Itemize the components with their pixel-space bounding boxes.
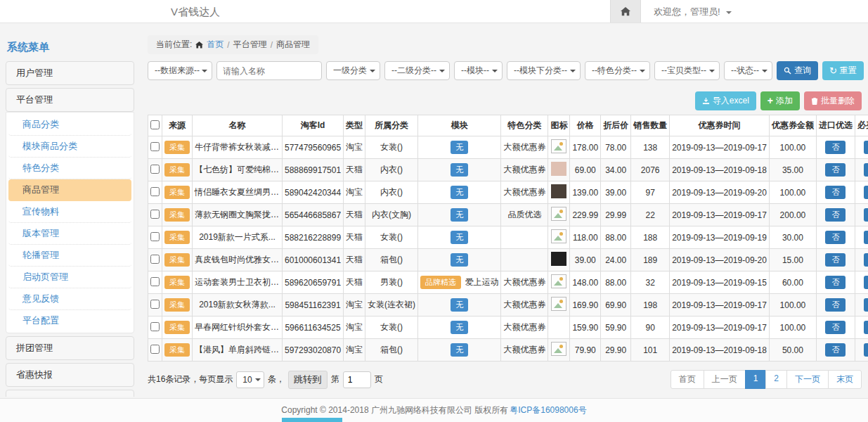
submenu-item[interactable]: 模块商品分类	[8, 136, 131, 158]
import-excel-button[interactable]: 导入excel	[695, 91, 756, 110]
chevron-down-icon	[439, 70, 445, 72]
select-all-checkbox[interactable]	[150, 120, 160, 129]
pager-item[interactable]: 下一页	[786, 370, 829, 389]
reset-button[interactable]: 重置	[822, 61, 864, 80]
sidebar-item[interactable]: 消息管理	[6, 390, 134, 397]
jump-button[interactable]: 跳转到	[288, 371, 328, 389]
icp-link[interactable]: 粤ICP备16098006号	[510, 404, 586, 416]
must-buy-toggle[interactable]: 否	[864, 208, 868, 222]
must-buy-toggle[interactable]: 否	[864, 163, 868, 177]
row-checkbox[interactable]	[150, 210, 160, 219]
breadcrumb: 当前位置: 首页 / 平台管理 / 商品管理	[148, 35, 318, 54]
row-checkbox[interactable]	[150, 232, 160, 241]
import-select-toggle[interactable]: 否	[825, 321, 846, 334]
import-select-toggle[interactable]: 否	[825, 276, 846, 289]
submenu-item[interactable]: 宣传物料	[8, 201, 131, 223]
data-source-select[interactable]: --数据来源--	[148, 61, 212, 80]
column-header: 模块	[418, 115, 501, 136]
module-sub-select[interactable]: --模块下分类--	[507, 61, 581, 80]
submenu-item[interactable]: 启动页管理	[8, 267, 131, 288]
row-checkbox[interactable]	[150, 300, 160, 309]
submenu-item[interactable]: 意见反馈	[8, 288, 131, 310]
must-buy-toggle[interactable]: 否	[864, 343, 868, 357]
pager-item[interactable]: 上一页	[704, 370, 746, 389]
row-checkbox[interactable]	[150, 142, 160, 151]
import-icon	[702, 97, 710, 105]
search-icon	[784, 67, 791, 75]
sidebar-item[interactable]: 拼团管理	[6, 336, 134, 360]
page-number-input[interactable]	[343, 371, 371, 388]
goods-category: 男装()	[365, 271, 418, 294]
user-menu[interactable]: 欢迎您，管理员!	[654, 0, 732, 23]
module-badge: 无	[451, 163, 468, 177]
per-page-select[interactable]: 10	[236, 371, 264, 388]
must-buy-toggle[interactable]: 否	[864, 186, 868, 199]
sidebar-item[interactable]: 省惠快报	[6, 363, 134, 387]
item-type-select[interactable]: --宝贝类型--	[654, 61, 720, 80]
import-select-toggle[interactable]: 否	[825, 208, 846, 222]
coupon-amount: 100.00	[769, 136, 816, 159]
sidebar-title: 系统菜单	[6, 35, 134, 61]
refresh-icon	[829, 65, 837, 76]
breadcrumb-home-link[interactable]: 首页	[207, 39, 224, 51]
goods-thumbnail	[551, 184, 566, 198]
must-buy-toggle[interactable]: 否	[864, 298, 868, 312]
select-all-header	[148, 115, 162, 136]
home-button[interactable]	[610, 0, 641, 23]
must-buy-toggle[interactable]: 否	[864, 253, 868, 267]
goods-thumbnail	[551, 162, 566, 176]
must-buy-toggle[interactable]: 否	[864, 321, 868, 334]
sidebar-item-user-management[interactable]: 用户管理	[6, 61, 134, 85]
goods-name: 薄款无钢圈文胸聚拢性...	[193, 204, 283, 226]
add-button[interactable]: 添加	[760, 91, 800, 110]
module-cell: 无	[451, 345, 468, 354]
pager-item[interactable]: 2	[765, 370, 787, 389]
taoke-id: 589042420344	[283, 181, 344, 204]
submenu-item[interactable]: 特色分类	[8, 158, 131, 179]
pager-item[interactable]: 1	[745, 370, 767, 389]
breadcrumb-label: 当前位置:	[156, 39, 192, 51]
special-category-select[interactable]: --特色分类--	[585, 61, 650, 80]
pager-item[interactable]: 末页	[828, 370, 862, 389]
name-search-input[interactable]	[216, 61, 322, 80]
import-select-toggle[interactable]: 否	[825, 141, 846, 154]
submenu-item[interactable]: 平台配置	[8, 310, 131, 331]
search-button[interactable]: 查询	[777, 61, 818, 80]
batch-delete-button[interactable]: 批量删除	[804, 91, 862, 110]
status-select[interactable]: --状态--	[724, 61, 772, 80]
unit-text: 条，	[268, 373, 285, 385]
price: 118.00	[570, 226, 601, 249]
must-buy-toggle[interactable]: 否	[864, 231, 868, 244]
submenu-item[interactable]: 商品管理	[8, 179, 131, 201]
icon-cell	[548, 136, 570, 159]
column-header: 所属分类	[365, 115, 418, 136]
coupon-amount: 30.00	[769, 226, 816, 249]
module-select[interactable]: --模块--	[454, 61, 503, 80]
sidebar-item-platform-management[interactable]: 平台管理	[6, 88, 134, 112]
must-buy-toggle[interactable]: 否	[864, 276, 868, 289]
row-checkbox[interactable]	[150, 165, 160, 174]
submenu-item[interactable]: 版本管理	[8, 223, 131, 245]
import-select-toggle[interactable]: 否	[825, 253, 846, 267]
chevron-down-icon	[570, 70, 576, 72]
submenu-item[interactable]: 商品分类	[8, 114, 131, 136]
category1-select[interactable]: 一级分类	[326, 61, 380, 80]
import-select-toggle[interactable]: 否	[825, 186, 846, 199]
goods-category: 内衣()	[365, 181, 418, 204]
submenu-item[interactable]: 轮播管理	[8, 245, 131, 267]
goods-thumbnail	[551, 229, 566, 243]
copyright-text: Copyright © 2014-2018 广州九驰网络科技有限公司 版权所有	[281, 404, 508, 416]
row-checkbox[interactable]	[150, 255, 160, 264]
row-checkbox[interactable]	[150, 322, 160, 331]
import-select-toggle[interactable]: 否	[825, 163, 846, 177]
pager-item[interactable]: 首页	[671, 370, 704, 389]
category2-select[interactable]: --二级分类--	[384, 61, 450, 80]
import-select-toggle[interactable]: 否	[825, 231, 846, 244]
row-checkbox[interactable]	[150, 277, 160, 286]
row-checkbox[interactable]	[150, 345, 160, 354]
row-checkbox[interactable]	[150, 187, 160, 196]
import-select-toggle[interactable]: 否	[825, 298, 846, 312]
import-select-toggle[interactable]: 否	[825, 343, 846, 357]
special-category	[501, 226, 548, 249]
must-buy-toggle[interactable]: 否	[864, 141, 868, 154]
